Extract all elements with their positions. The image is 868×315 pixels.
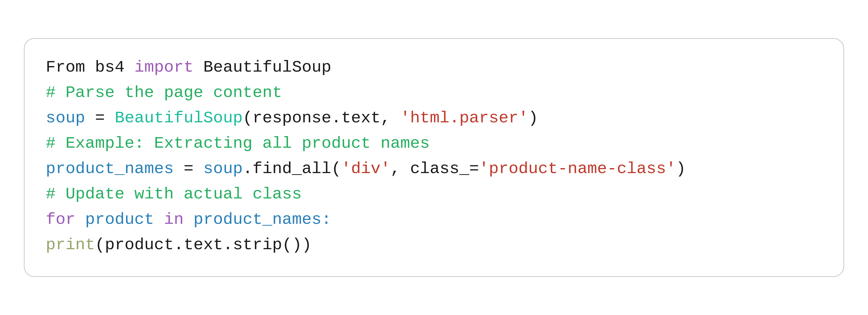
class-beautifulsoup: BeautifulSoup: [115, 109, 243, 127]
code-line-3: soup = BeautifulSoup(response.text, 'htm…: [46, 105, 822, 131]
code-line-4: # Example: Extracting all product names: [46, 131, 822, 156]
var-soup-2: soup: [203, 159, 243, 178]
func-print: print: [46, 236, 95, 254]
comment-parse: # Parse the page content: [46, 83, 282, 102]
var-soup: soup: [46, 109, 85, 127]
code-text: (product.text.strip()): [95, 236, 312, 254]
code-text: ): [528, 109, 538, 127]
code-text: =: [174, 159, 204, 178]
comment-update: # Update with actual class: [46, 185, 302, 204]
code-text: (response.text,: [243, 109, 400, 127]
keyword-for: for: [46, 210, 75, 229]
string-class-name: 'product-name-class': [479, 159, 676, 178]
keyword-in: in: [164, 210, 183, 229]
code-line-2: # Parse the page content: [46, 80, 822, 105]
comment-example: # Example: Extracting all product names: [46, 134, 430, 153]
code-line-7: for product in product_names:: [46, 207, 822, 232]
code-text: =: [85, 109, 115, 127]
var-product: product: [75, 210, 164, 229]
code-text: .find_all(: [243, 159, 341, 178]
var-product-names: product_names: [46, 159, 174, 178]
keyword-import: import: [134, 58, 193, 77]
code-line-6: # Update with actual class: [46, 181, 822, 207]
code-line-8: print(product.text.strip()): [46, 232, 822, 258]
code-text: ): [676, 159, 686, 178]
code-line-5: product_names = soup.find_all('div', cla…: [46, 156, 822, 181]
string-div: 'div': [341, 159, 390, 178]
string-html-parser: 'html.parser': [400, 109, 528, 127]
code-line-1: From bs4 import BeautifulSoup: [46, 55, 822, 80]
code-container: From bs4 import BeautifulSoup # Parse th…: [24, 38, 844, 277]
code-text: , class_=: [390, 159, 479, 178]
code-block: From bs4 import BeautifulSoup # Parse th…: [46, 55, 822, 258]
var-product-names-2: product_names:: [184, 210, 331, 229]
code-text: BeautifulSoup: [193, 58, 331, 77]
code-text: From bs4: [46, 58, 134, 77]
